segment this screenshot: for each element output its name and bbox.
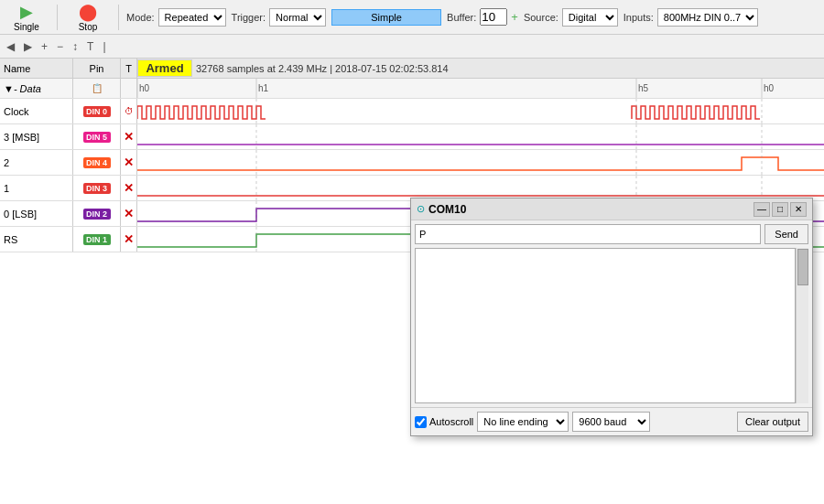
nav-left-icon[interactable]: ◀ xyxy=(4,39,17,54)
row1-t: ✕ xyxy=(124,181,134,195)
source-label: Source: xyxy=(524,12,558,23)
send-button[interactable]: Send xyxy=(764,224,808,244)
row1-label: 1 xyxy=(4,183,9,194)
output-container xyxy=(415,248,808,403)
clock-t-icon: ⏱ xyxy=(125,106,134,116)
trigger-select[interactable]: Normal Edge xyxy=(269,8,326,27)
column-headers: Name Pin T Armed 32768 samples at 2.439 … xyxy=(0,59,824,79)
data-group-row: ▼ - Data 📋 h0 h1 h5 h0 xyxy=(0,79,824,99)
fit-icon[interactable]: ↕ xyxy=(70,39,81,54)
input-row: Send xyxy=(415,224,808,244)
rs-label: RS xyxy=(4,234,17,245)
simple-button[interactable]: Simple xyxy=(331,9,441,26)
trigger-icon[interactable]: T xyxy=(84,39,96,54)
header-wave: Armed 32768 samples at 2.439 MHz | 2018-… xyxy=(137,59,824,78)
group-pin-icon: 📋 xyxy=(92,83,103,93)
row2-pin: DIN 4 xyxy=(83,157,111,168)
main-toolbar: ▶ Single ⬤ Stop Mode: Repeated Single Tr… xyxy=(0,0,824,35)
line-ending-select[interactable]: No line ending Newline Carriage return B… xyxy=(477,412,569,432)
single-icon: ▶ xyxy=(20,2,33,22)
baud-select[interactable]: 9600 baud 19200 baud xyxy=(572,412,650,432)
armed-badge: Armed xyxy=(137,59,192,77)
add-icon[interactable]: + xyxy=(511,10,518,24)
stop-button[interactable]: ⬤ Stop xyxy=(65,0,111,34)
msb-pin: DIN 5 xyxy=(83,132,111,143)
col-pin-header: Pin xyxy=(90,63,104,74)
maximize-button[interactable]: □ xyxy=(772,202,788,217)
col-name-header: Name xyxy=(4,63,30,74)
row-clock: Clock DIN 0 ⏱ xyxy=(0,99,824,124)
trigger-group: Trigger: Normal Edge xyxy=(232,8,327,27)
inputs-select[interactable]: 800MHz DIN 0..7 xyxy=(657,8,758,27)
lsb-pin: DIN 2 xyxy=(83,209,111,220)
autoscroll-label[interactable]: Autoscroll xyxy=(415,416,473,428)
msb-waveform xyxy=(137,124,824,149)
mode-select[interactable]: Repeated Single xyxy=(158,8,226,27)
scrollbar-track xyxy=(796,248,808,403)
clock-label: Clock xyxy=(4,106,29,117)
info-text: 32768 samples at 2.439 MHz | 2018-07-15 … xyxy=(196,63,449,74)
scrollbar-thumb[interactable] xyxy=(797,249,808,285)
serial-input[interactable] xyxy=(415,224,761,244)
modal-footer: Autoscroll No line ending Newline Carria… xyxy=(411,407,812,435)
sub-toolbar: ◀ ▶ + − ↕ T | xyxy=(0,35,824,59)
rs-pin: DIN 1 xyxy=(83,234,111,245)
row-2: 2 DIN 4 ✕ xyxy=(0,150,824,176)
clock-waveform xyxy=(137,99,824,123)
sep2 xyxy=(118,5,119,30)
source-group: Source: Digital Analog xyxy=(524,8,618,27)
zoom-out-icon[interactable]: − xyxy=(54,39,66,54)
row2-t: ✕ xyxy=(124,155,134,169)
single-label: Single xyxy=(14,22,39,32)
inputs-label: Inputs: xyxy=(623,12,654,23)
trigger-label: Trigger: xyxy=(232,12,266,23)
stop-icon: ⬤ xyxy=(79,2,97,22)
row1-waveform xyxy=(137,176,824,200)
arduino-icon: ⊙ xyxy=(417,203,425,215)
lsb-t: ✕ xyxy=(124,207,134,220)
zoom-in-icon[interactable]: + xyxy=(38,39,50,54)
clock-pin: DIN 0 xyxy=(83,106,111,117)
svg-text:h0: h0 xyxy=(139,83,150,93)
svg-text:h0: h0 xyxy=(764,83,775,93)
group-label: - Data xyxy=(14,83,41,94)
buffer-group: Buffer: + xyxy=(447,8,518,26)
autoscroll-text: Autoscroll xyxy=(429,416,473,427)
source-select[interactable]: Digital Analog xyxy=(562,8,618,27)
buffer-label: Buffer: xyxy=(447,12,476,23)
cursor-icon[interactable]: | xyxy=(100,39,108,54)
nav-right-icon[interactable]: ▶ xyxy=(21,39,35,54)
mode-label: Mode: xyxy=(126,12,155,23)
single-button[interactable]: ▶ Single xyxy=(4,0,49,34)
stop-label: Stop xyxy=(79,22,98,32)
modal-titlebar: ⊙ COM10 — □ ✕ xyxy=(411,198,812,220)
lsb-label: 0 [LSB] xyxy=(4,209,37,220)
msb-t: ✕ xyxy=(124,130,134,144)
clear-output-button[interactable]: Clear output xyxy=(737,412,808,432)
modal-body: Send xyxy=(411,220,812,407)
close-button[interactable]: ✕ xyxy=(790,202,807,217)
autoscroll-checkbox[interactable] xyxy=(415,416,427,428)
col-t-header: T xyxy=(125,63,132,74)
row1-pin: DIN 3 xyxy=(83,183,111,194)
row2-label: 2 xyxy=(4,157,9,168)
buffer-input[interactable] xyxy=(480,8,507,26)
rs-t: ✕ xyxy=(124,232,134,246)
minimize-button[interactable]: — xyxy=(754,202,770,217)
tick-marks: h0 h1 h5 h0 xyxy=(137,79,824,98)
row-msb: 3 [MSB] DIN 5 ✕ xyxy=(0,124,824,150)
serial-output[interactable] xyxy=(415,248,796,403)
sep1 xyxy=(57,5,58,30)
modal-title: COM10 xyxy=(428,203,752,216)
com-modal: ⊙ COM10 — □ ✕ Send Autoscroll No line en… xyxy=(410,198,813,436)
inputs-group: Inputs: 800MHz DIN 0..7 xyxy=(623,8,758,27)
svg-text:h5: h5 xyxy=(638,83,649,93)
group-collapse-icon[interactable]: ▼ xyxy=(4,83,14,94)
msb-label: 3 [MSB] xyxy=(4,132,39,143)
mode-group: Mode: Repeated Single xyxy=(126,8,226,27)
row2-waveform xyxy=(137,150,824,175)
svg-text:h1: h1 xyxy=(258,83,269,93)
